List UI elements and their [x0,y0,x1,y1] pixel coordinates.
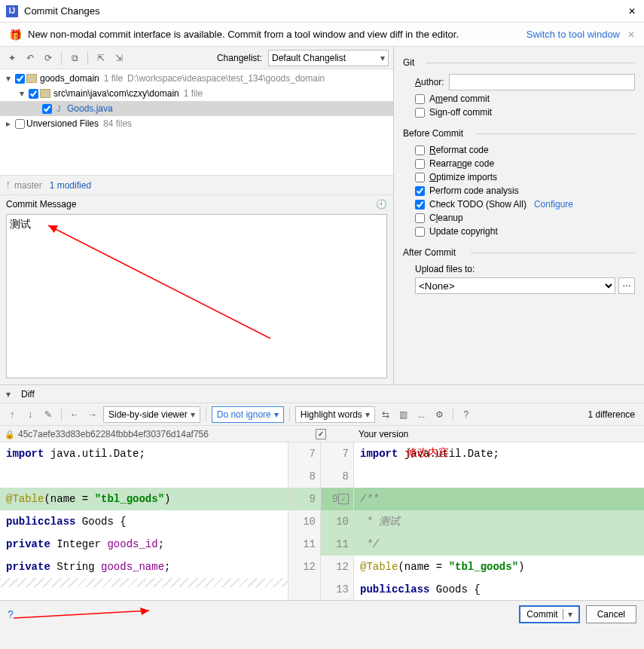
svg-line-0 [48,225,270,338]
expand-icon[interactable]: ▾ [3,73,14,84]
root-checkbox[interactable] [15,74,25,84]
commit-message-input[interactable]: 测试 [6,214,387,378]
optimize-checkbox[interactable] [415,173,425,182]
branch-name: master [14,180,42,191]
code-line: import java.util.Date; [354,442,644,465]
expand-icon[interactable]: ▾ [17,88,27,99]
cleanup-label: Cleanup [429,213,463,223]
todo-checkbox[interactable] [415,200,425,210]
code-line [354,465,644,488]
collapse-all-icon[interactable]: ⇲ [111,51,127,66]
diff-body: import java.util.Date;@Table(name = "tbl… [0,442,644,600]
code-line: private String goods_name; [0,556,288,578]
group-by-icon[interactable]: ⧉ [67,51,82,66]
switch-tool-window-link[interactable]: Switch to tool window [526,29,620,40]
branch-icon: ᚶ [6,180,11,191]
apply-chunk-icon[interactable]: ✓ [338,494,349,504]
expand-all-icon[interactable]: ⇱ [93,51,108,66]
include-checkbox[interactable]: ✓ [316,429,326,439]
lock-icon [5,429,15,439]
next-file-icon[interactable]: → [85,407,100,422]
file-checkbox[interactable] [42,104,52,114]
code-line: public class Goods { [0,510,288,533]
info-banner: 🎁 New non-modal commit interface is avai… [0,23,644,47]
help-button[interactable]: ? [8,608,14,620]
optimize-label: Optimize imports [429,172,497,182]
edit-icon[interactable]: ✎ [41,407,56,422]
tree-file[interactable]: J Goods.java [0,101,393,116]
commit-button[interactable]: Commit▾ [519,605,579,623]
revert-icon[interactable]: ↶ [23,51,38,66]
author-input[interactable] [449,74,635,90]
signoff-checkbox[interactable] [415,108,425,118]
tree-root[interactable]: ▾ goods_domain 1 file D:\workspace\ideas… [0,71,393,86]
diff-left[interactable]: import java.util.Date;@Table(name = "tbl… [0,442,288,600]
java-file-icon: J [53,103,64,114]
history-icon[interactable]: 🕘 [376,199,387,210]
modified-count[interactable]: 1 modified [50,180,91,191]
git-section-title: Git [403,57,635,68]
options-pane: Git Author: Amend commit Sign-off commit… [394,47,644,384]
tree-package[interactable]: ▾ src\main\java\com\czxy\domain 1 file [0,86,393,101]
titlebar: IJ Commit Changes ✕ [0,0,644,23]
changelist-value: Default Changelist [272,53,346,63]
root-files: 1 file [104,73,123,84]
sync-scroll-icon[interactable]: ▥ [396,407,411,422]
folder-icon [26,74,37,83]
signoff-label: Sign-off commit [429,107,492,118]
show-diff-icon[interactable]: ✦ [5,51,20,66]
copyright-checkbox[interactable] [415,227,425,237]
svg-line-2 [14,611,149,618]
close-icon[interactable]: ✕ [626,6,638,17]
code-line: @Table(name = "tbl_goods") [0,488,288,510]
commit-dropdown-icon[interactable]: ▾ [563,609,572,620]
author-label: Author: [415,77,444,87]
ignore-combo[interactable]: Do not ignore ▾ [212,406,284,423]
diff-title: Diff [21,389,35,400]
unv-count: 84 files [103,118,132,129]
diff-header: ▾ Diff [0,384,644,403]
expand-icon[interactable]: ▸ [3,118,14,129]
prev-file-icon[interactable]: ← [67,407,82,422]
amend-checkbox[interactable] [415,94,425,104]
settings-icon[interactable]: ⚙ [432,407,447,422]
changes-toolbar: ✦ ↶ ⟳ ⧉ ⇱ ⇲ Changelist: Default Changeli… [0,47,393,69]
collapse-unchanged-icon[interactable]: ⇆ [378,407,393,422]
configure-link[interactable]: Configure [534,199,573,210]
cleanup-checkbox[interactable] [415,213,425,223]
upload-select[interactable]: <None> [415,277,615,294]
after-section-title: After Commit [403,247,635,258]
view-mode-combo[interactable]: Side-by-side viewer ▾ [103,406,200,423]
commit-msg-value: 测试 [10,218,31,230]
banner-close-icon[interactable]: ✕ [627,29,635,40]
help-icon[interactable]: ? [459,407,474,422]
tree-unversioned[interactable]: ▸ Unversioned Files 84 files [0,116,393,131]
diff-right[interactable]: 修改内容 import java.util.Date;/** * 测试 */@T… [354,442,644,600]
changelist-combo[interactable]: Default Changelist ▾ [268,50,389,66]
rearrange-label: Rearrange code [429,158,494,169]
rearrange-checkbox[interactable] [415,159,425,169]
commit-msg-label: Commit Message [6,199,76,210]
analysis-checkbox[interactable] [415,186,425,196]
next-diff-icon[interactable]: ↓ [23,407,38,422]
cancel-button[interactable]: Cancel [586,605,636,623]
root-label: goods_domain [40,73,99,84]
modify-annotation: 修改内容 [407,446,449,460]
code-line: private Integer goods_id; [0,533,288,556]
diff-expand-icon[interactable]: ▾ [6,389,17,400]
reformat-checkbox[interactable] [415,145,425,155]
copyright-label: Update copyright [429,226,498,237]
code-line: import java.util.Date; [0,442,288,465]
changes-tree: ▾ goods_domain 1 file D:\workspace\ideas… [0,69,393,175]
refresh-icon[interactable]: ⟳ [41,51,56,66]
gift-icon: 🎁 [9,29,22,41]
pkg-checkbox[interactable] [29,89,38,99]
prev-diff-icon[interactable]: ↑ [5,407,20,422]
footer-arrow [14,603,164,626]
highlight-combo[interactable]: Highlight words ▾ [295,406,375,423]
app-icon: IJ [6,5,18,17]
unv-checkbox[interactable] [15,119,25,129]
folder-icon [40,89,50,98]
whitespace-icon[interactable]: ⎵ [414,407,429,422]
upload-browse-button[interactable]: … [618,277,635,294]
